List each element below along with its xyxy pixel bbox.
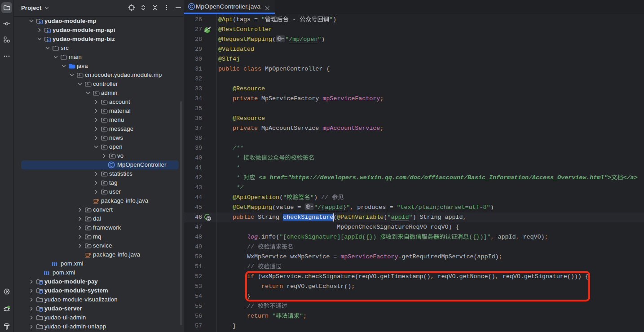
svg-text:m: m (44, 269, 49, 276)
svg-text:m: m (52, 260, 57, 267)
